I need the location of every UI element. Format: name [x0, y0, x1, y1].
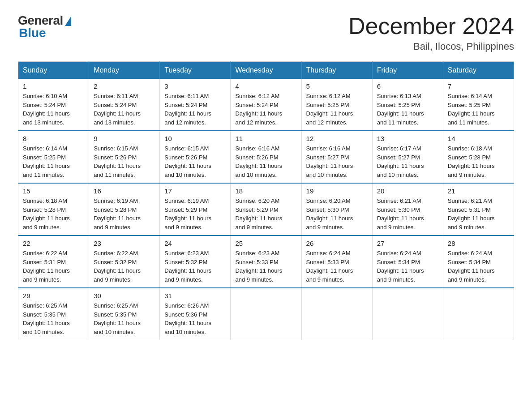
day-info: Sunrise: 6:23 AM Sunset: 5:33 PM Dayligh… — [235, 249, 296, 284]
calendar-cell: 11 Sunrise: 6:16 AM Sunset: 5:26 PM Dayl… — [231, 131, 301, 183]
day-number: 6 — [377, 82, 438, 90]
header-sunday: Sunday — [18, 62, 89, 79]
day-number: 23 — [94, 240, 155, 247]
calendar-cell: 15 Sunrise: 6:18 AM Sunset: 5:28 PM Dayl… — [18, 183, 89, 235]
day-info: Sunrise: 6:12 AM Sunset: 5:24 PM Dayligh… — [235, 92, 296, 127]
day-info: Sunrise: 6:14 AM Sunset: 5:25 PM Dayligh… — [23, 144, 84, 179]
calendar-cell: 24 Sunrise: 6:23 AM Sunset: 5:32 PM Dayl… — [160, 235, 231, 288]
month-title: December 2024 — [348, 13, 514, 39]
day-number: 8 — [23, 135, 84, 142]
day-info: Sunrise: 6:14 AM Sunset: 5:25 PM Dayligh… — [448, 92, 509, 127]
day-info: Sunrise: 6:15 AM Sunset: 5:26 PM Dayligh… — [164, 144, 226, 179]
day-info: Sunrise: 6:19 AM Sunset: 5:28 PM Dayligh… — [94, 197, 155, 231]
calendar-cell: 26 Sunrise: 6:24 AM Sunset: 5:33 PM Dayl… — [301, 235, 372, 288]
day-number: 29 — [23, 292, 84, 300]
day-info: Sunrise: 6:22 AM Sunset: 5:32 PM Dayligh… — [94, 249, 155, 284]
calendar-cell: 23 Sunrise: 6:22 AM Sunset: 5:32 PM Dayl… — [89, 235, 160, 288]
day-info: Sunrise: 6:21 AM Sunset: 5:31 PM Dayligh… — [448, 197, 509, 231]
day-number: 20 — [377, 187, 438, 195]
day-info: Sunrise: 6:24 AM Sunset: 5:33 PM Dayligh… — [306, 249, 368, 284]
week-row-3: 15 Sunrise: 6:18 AM Sunset: 5:28 PM Dayl… — [18, 183, 514, 235]
day-number: 3 — [164, 82, 226, 90]
day-number: 21 — [448, 187, 509, 195]
calendar-cell — [372, 288, 443, 340]
calendar-cell: 13 Sunrise: 6:17 AM Sunset: 5:27 PM Dayl… — [372, 131, 443, 183]
calendar-cell: 3 Sunrise: 6:11 AM Sunset: 5:24 PM Dayli… — [160, 79, 231, 131]
day-number: 22 — [23, 240, 84, 247]
day-number: 11 — [235, 135, 296, 142]
day-info: Sunrise: 6:11 AM Sunset: 5:24 PM Dayligh… — [164, 92, 226, 127]
week-row-1: 1 Sunrise: 6:10 AM Sunset: 5:24 PM Dayli… — [18, 79, 514, 131]
calendar-cell: 19 Sunrise: 6:20 AM Sunset: 5:30 PM Dayl… — [301, 183, 372, 235]
day-info: Sunrise: 6:20 AM Sunset: 5:29 PM Dayligh… — [235, 197, 296, 231]
logo: General Blue — [18, 13, 71, 40]
day-number: 14 — [448, 135, 509, 142]
day-info: Sunrise: 6:20 AM Sunset: 5:30 PM Dayligh… — [306, 197, 368, 231]
calendar-cell — [301, 288, 372, 340]
day-number: 10 — [164, 135, 226, 142]
header-thursday: Thursday — [301, 62, 372, 79]
header-wednesday: Wednesday — [231, 62, 301, 79]
calendar-cell: 5 Sunrise: 6:12 AM Sunset: 5:25 PM Dayli… — [301, 79, 372, 131]
logo-triangle-icon — [65, 16, 71, 26]
calendar-table: SundayMondayTuesdayWednesdayThursdayFrid… — [18, 61, 514, 340]
day-number: 26 — [306, 240, 368, 247]
calendar-cell: 27 Sunrise: 6:24 AM Sunset: 5:34 PM Dayl… — [372, 235, 443, 288]
day-info: Sunrise: 6:21 AM Sunset: 5:30 PM Dayligh… — [377, 197, 438, 231]
calendar-header-row: SundayMondayTuesdayWednesdayThursdayFrid… — [18, 62, 514, 79]
day-number: 13 — [377, 135, 438, 142]
week-row-2: 8 Sunrise: 6:14 AM Sunset: 5:25 PM Dayli… — [18, 131, 514, 183]
calendar-cell: 31 Sunrise: 6:26 AM Sunset: 5:36 PM Dayl… — [160, 288, 231, 340]
day-number: 15 — [23, 187, 84, 195]
calendar-cell: 22 Sunrise: 6:22 AM Sunset: 5:31 PM Dayl… — [18, 235, 89, 288]
calendar-cell: 18 Sunrise: 6:20 AM Sunset: 5:29 PM Dayl… — [231, 183, 301, 235]
header-right: December 2024 Bail, Ilocos, Philippines — [348, 13, 514, 52]
day-info: Sunrise: 6:10 AM Sunset: 5:24 PM Dayligh… — [23, 92, 84, 127]
day-info: Sunrise: 6:16 AM Sunset: 5:26 PM Dayligh… — [235, 144, 296, 179]
calendar-cell: 4 Sunrise: 6:12 AM Sunset: 5:24 PM Dayli… — [231, 79, 301, 131]
calendar-cell: 30 Sunrise: 6:25 AM Sunset: 5:35 PM Dayl… — [89, 288, 160, 340]
day-info: Sunrise: 6:25 AM Sunset: 5:35 PM Dayligh… — [23, 301, 84, 336]
day-number: 16 — [94, 187, 155, 195]
day-number: 12 — [306, 135, 368, 142]
header-saturday: Saturday — [443, 62, 514, 79]
day-number: 31 — [164, 292, 226, 300]
calendar-cell — [231, 288, 301, 340]
header-tuesday: Tuesday — [160, 62, 231, 79]
logo-blue-text: Blue — [18, 26, 46, 40]
header-monday: Monday — [89, 62, 160, 79]
day-info: Sunrise: 6:18 AM Sunset: 5:28 PM Dayligh… — [23, 197, 84, 231]
day-number: 30 — [94, 292, 155, 300]
calendar-cell: 9 Sunrise: 6:15 AM Sunset: 5:26 PM Dayli… — [89, 131, 160, 183]
day-number: 7 — [448, 82, 509, 90]
calendar-cell: 10 Sunrise: 6:15 AM Sunset: 5:26 PM Dayl… — [160, 131, 231, 183]
day-number: 28 — [448, 240, 509, 247]
day-info: Sunrise: 6:17 AM Sunset: 5:27 PM Dayligh… — [377, 144, 438, 179]
calendar-cell: 21 Sunrise: 6:21 AM Sunset: 5:31 PM Dayl… — [443, 183, 514, 235]
day-info: Sunrise: 6:15 AM Sunset: 5:26 PM Dayligh… — [94, 144, 155, 179]
calendar-cell: 8 Sunrise: 6:14 AM Sunset: 5:25 PM Dayli… — [18, 131, 89, 183]
day-info: Sunrise: 6:24 AM Sunset: 5:34 PM Dayligh… — [448, 249, 509, 284]
calendar-cell: 14 Sunrise: 6:18 AM Sunset: 5:28 PM Dayl… — [443, 131, 514, 183]
calendar-cell: 6 Sunrise: 6:13 AM Sunset: 5:25 PM Dayli… — [372, 79, 443, 131]
day-number: 25 — [235, 240, 296, 247]
calendar-cell: 28 Sunrise: 6:24 AM Sunset: 5:34 PM Dayl… — [443, 235, 514, 288]
day-info: Sunrise: 6:16 AM Sunset: 5:27 PM Dayligh… — [306, 144, 368, 179]
day-info: Sunrise: 6:23 AM Sunset: 5:32 PM Dayligh… — [164, 249, 226, 284]
day-number: 9 — [94, 135, 155, 142]
day-number: 18 — [235, 187, 296, 195]
day-info: Sunrise: 6:26 AM Sunset: 5:36 PM Dayligh… — [164, 301, 226, 336]
calendar-cell: 1 Sunrise: 6:10 AM Sunset: 5:24 PM Dayli… — [18, 79, 89, 131]
day-info: Sunrise: 6:11 AM Sunset: 5:24 PM Dayligh… — [94, 92, 155, 127]
day-number: 1 — [23, 82, 84, 90]
day-info: Sunrise: 6:25 AM Sunset: 5:35 PM Dayligh… — [94, 301, 155, 336]
day-info: Sunrise: 6:12 AM Sunset: 5:25 PM Dayligh… — [306, 92, 368, 127]
day-number: 4 — [235, 82, 296, 90]
location: Bail, Ilocos, Philippines — [348, 41, 514, 52]
calendar-cell: 7 Sunrise: 6:14 AM Sunset: 5:25 PM Dayli… — [443, 79, 514, 131]
day-number: 24 — [164, 240, 226, 247]
calendar-cell: 17 Sunrise: 6:19 AM Sunset: 5:29 PM Dayl… — [160, 183, 231, 235]
day-info: Sunrise: 6:13 AM Sunset: 5:25 PM Dayligh… — [377, 92, 438, 127]
page-header: General Blue December 2024 Bail, Ilocos,… — [18, 13, 514, 52]
calendar-cell — [443, 288, 514, 340]
